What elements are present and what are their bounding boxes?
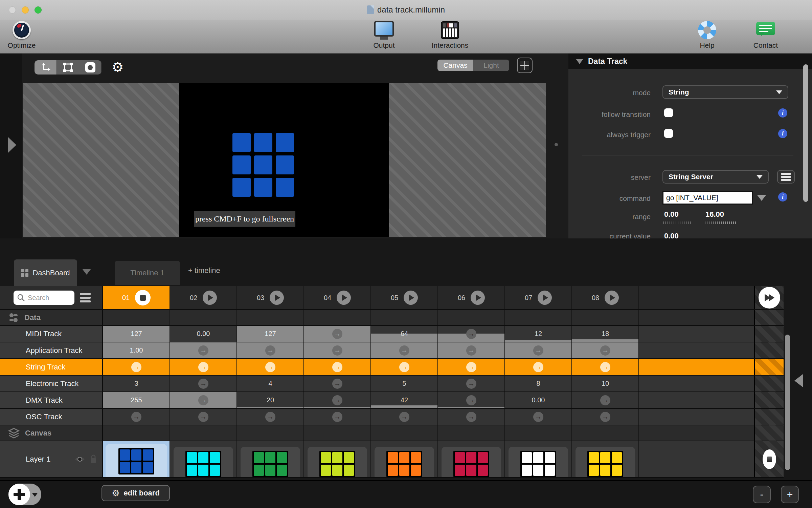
lock-icon[interactable] xyxy=(89,454,97,464)
cell[interactable]: 1.00 xyxy=(103,342,170,358)
layer-thumbnail[interactable] xyxy=(241,447,300,477)
cell[interactable]: → xyxy=(438,392,505,408)
move-tool-button[interactable] xyxy=(35,60,57,75)
server-dropdown[interactable]: String Server xyxy=(662,170,769,184)
cell[interactable]: 255 xyxy=(103,392,170,408)
tab-dashboard[interactable]: DashBoard xyxy=(14,259,77,286)
grid-scrollbar[interactable] xyxy=(785,335,790,470)
row-name-cell[interactable]: Layer 1 xyxy=(0,441,103,477)
cell[interactable]: → xyxy=(572,342,639,358)
command-input[interactable]: go [INT_VALUE] xyxy=(662,191,753,205)
play-button[interactable] xyxy=(471,291,485,305)
zoom-in-button[interactable]: + xyxy=(781,486,799,503)
open-left-drawer-icon[interactable] xyxy=(8,137,16,153)
follow-transition-checkbox[interactable] xyxy=(664,108,673,117)
row-name-cell[interactable]: MIDI Track xyxy=(0,326,103,342)
transform-tool-button[interactable] xyxy=(57,60,79,75)
layer-cell[interactable] xyxy=(237,441,304,477)
row-name-cell[interactable]: Application Track xyxy=(0,342,103,358)
column-header-04[interactable]: 04 xyxy=(304,286,371,309)
cell[interactable]: → xyxy=(103,359,170,375)
grid-view-button[interactable] xyxy=(517,58,533,73)
column-header-03[interactable]: 03 xyxy=(237,286,304,309)
cell[interactable]: → xyxy=(438,409,505,425)
cell[interactable]: → xyxy=(371,409,438,425)
optimize-button[interactable]: Optimize xyxy=(3,20,41,49)
cell[interactable]: 3 xyxy=(103,376,170,391)
play-button[interactable] xyxy=(270,291,284,305)
column-header-05[interactable]: 05 xyxy=(371,286,438,309)
cell[interactable]: → xyxy=(170,376,237,391)
track-filter-menu-icon[interactable] xyxy=(80,293,91,302)
cell[interactable]: → xyxy=(237,359,304,375)
layer-cell[interactable] xyxy=(438,441,505,477)
cell[interactable]: 8 xyxy=(505,376,572,391)
cell[interactable]: → xyxy=(304,392,371,408)
cell[interactable]: 0.00 xyxy=(505,392,572,408)
cell[interactable]: → xyxy=(304,409,371,425)
cell[interactable]: → xyxy=(170,409,237,425)
column-header-02[interactable]: 02 xyxy=(170,286,237,309)
play-button[interactable] xyxy=(337,291,351,305)
command-presets-icon[interactable] xyxy=(757,195,766,201)
edit-board-button[interactable]: ⚙ edit board xyxy=(102,485,170,501)
cell[interactable]: → xyxy=(304,326,371,342)
cell[interactable]: → xyxy=(103,409,170,425)
layer-cell[interactable] xyxy=(572,441,639,477)
layer-stop-button[interactable] xyxy=(763,449,776,469)
cell[interactable]: → xyxy=(170,342,237,358)
add-track-menu-icon[interactable] xyxy=(32,493,38,497)
server-list-button[interactable] xyxy=(777,170,795,184)
column-header-07[interactable]: 07 xyxy=(505,286,572,309)
play-button[interactable] xyxy=(538,291,552,305)
cell[interactable]: 12 xyxy=(505,326,572,342)
zoom-out-button[interactable]: - xyxy=(753,486,771,503)
cell[interactable]: → xyxy=(505,359,572,375)
layer-thumbnail[interactable] xyxy=(576,447,635,477)
cell[interactable]: → xyxy=(371,359,438,375)
output-button[interactable]: Output xyxy=(363,20,405,49)
always-trigger-info-icon[interactable]: i xyxy=(778,129,787,138)
mode-dropdown[interactable]: String xyxy=(662,85,788,99)
cell[interactable]: 0.00 xyxy=(170,326,237,342)
layer-cell[interactable] xyxy=(304,441,371,477)
row-name-cell[interactable]: Electronic Track xyxy=(0,376,103,391)
plus-icon[interactable] xyxy=(8,484,30,505)
cell[interactable]: → xyxy=(304,359,371,375)
contact-button[interactable]: Contact xyxy=(744,20,788,49)
mask-tool-button[interactable] xyxy=(79,60,102,75)
layer-thumbnail[interactable] xyxy=(375,447,434,477)
layer-cell[interactable] xyxy=(170,441,237,477)
layer-cell[interactable] xyxy=(371,441,438,477)
cell[interactable]: → xyxy=(438,326,505,342)
canvas-settings-gear-icon[interactable]: ⚙ xyxy=(112,58,124,76)
play-button[interactable] xyxy=(605,291,619,305)
cell[interactable]: → xyxy=(304,342,371,358)
search-input[interactable] xyxy=(28,294,70,302)
interactions-button[interactable]: Interactions xyxy=(423,20,477,49)
range-max-slider[interactable] xyxy=(705,221,737,224)
play-button[interactable] xyxy=(203,291,217,305)
command-info-icon[interactable]: i xyxy=(778,192,787,202)
cell[interactable]: → xyxy=(505,409,572,425)
row-name-cell[interactable]: String Track xyxy=(0,359,103,375)
inspector-header[interactable]: Data Track xyxy=(568,54,812,69)
layer-lock-toggle[interactable] xyxy=(89,454,97,464)
cell[interactable]: 64 xyxy=(371,326,438,342)
layer-thumbnail[interactable] xyxy=(308,447,367,477)
column-header-06[interactable]: 06 xyxy=(438,286,505,309)
cell[interactable]: → xyxy=(371,342,438,358)
column-header-08[interactable]: 08 xyxy=(572,286,639,309)
cell[interactable]: → xyxy=(572,359,639,375)
play-button[interactable] xyxy=(404,291,418,305)
cell[interactable]: → xyxy=(572,392,639,408)
cell[interactable]: → xyxy=(237,342,304,358)
cell[interactable]: 42 xyxy=(371,392,438,408)
cell[interactable]: → xyxy=(505,342,572,358)
cell[interactable]: → xyxy=(438,376,505,391)
board-menu-icon[interactable] xyxy=(82,269,91,275)
tab-timeline-1[interactable]: Timeline 1 xyxy=(115,261,180,285)
cell[interactable]: 4 xyxy=(237,376,304,391)
cell[interactable]: 18 xyxy=(572,326,639,342)
cell[interactable]: → xyxy=(438,359,505,375)
